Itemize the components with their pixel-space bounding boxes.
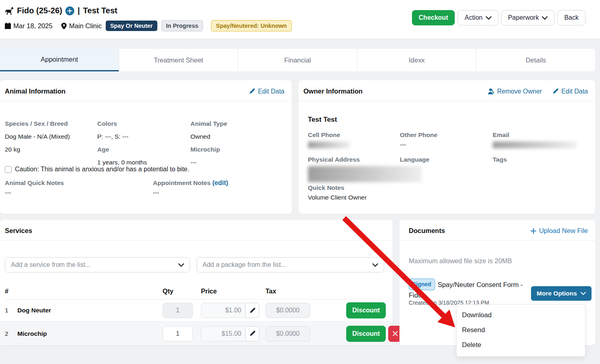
- paperwork-dropdown-button[interactable]: Paperwork: [501, 10, 554, 25]
- col-num-header: #: [5, 288, 17, 295]
- tax-input[interactable]: [266, 303, 310, 318]
- checkout-button[interactable]: Checkout: [412, 10, 455, 25]
- patient-title-row: Fido (25-26) | Test Test: [5, 6, 117, 15]
- services-table-header: # Qty Price Tax: [5, 283, 383, 300]
- email-redacted-value: [493, 141, 577, 148]
- upload-new-file-link[interactable]: Upload New File: [531, 227, 588, 235]
- pencil-icon: [249, 88, 255, 94]
- qty-input[interactable]: [163, 303, 193, 318]
- appointment-type-badge: Spay Or Neuter: [106, 21, 157, 31]
- tax-input[interactable]: [266, 326, 310, 341]
- owner-edit-data-link[interactable]: Edit Data: [552, 88, 588, 95]
- service-name: Dog Neuter: [17, 307, 163, 314]
- animal-information-card: Animal Information Edit Data Species / S…: [0, 80, 292, 214]
- edit-price-button[interactable]: [245, 303, 259, 318]
- appointment-meta-row: Mar 18, 2025 Main Clinic Spay Or Neuter …: [5, 20, 292, 31]
- header-actions: Checkout Action Paperwork Back: [412, 10, 585, 25]
- services-card: Services Add a service from the list... …: [0, 220, 393, 345]
- edit-price-button[interactable]: [245, 326, 259, 341]
- row-number: 1: [5, 307, 17, 314]
- microchip-label: Microchip: [190, 145, 283, 154]
- pencil-icon: [249, 331, 255, 337]
- documents-title: Documents: [409, 227, 445, 235]
- caution-checkbox[interactable]: [5, 166, 12, 173]
- max-file-size-note: Maximum allowed file size is 20MB: [409, 257, 512, 265]
- chevron-down-icon: [178, 263, 184, 267]
- document-item: SignedSpay/Neuter Consent Form - Fido: [409, 279, 526, 300]
- patient-name: Fido (25-26): [17, 6, 62, 15]
- appointment-notes-label: Appointment Notes: [153, 179, 211, 186]
- tab-details[interactable]: Details: [477, 49, 595, 71]
- animal-edit-data-link[interactable]: Edit Data: [249, 88, 284, 95]
- clinic-location: Main Clinic: [61, 22, 102, 30]
- discount-button[interactable]: Discount: [346, 326, 386, 342]
- owner-contact-grid: Cell Phone Other Phone Email --- Physica…: [308, 130, 586, 182]
- price-input[interactable]: [201, 303, 245, 318]
- discount-button[interactable]: Discount: [346, 302, 386, 318]
- appointment-notes-edit-link[interactable]: (edit): [212, 179, 228, 187]
- title-separator: |: [77, 6, 80, 15]
- pencil-icon: [249, 308, 255, 314]
- service-row: 1 Dog Neuter Discount: [0, 300, 393, 322]
- appointment-notes-value: ---: [153, 189, 228, 196]
- address-redacted-value: [308, 166, 422, 182]
- add-patient-button[interactable]: [65, 6, 74, 15]
- chevron-down-icon: [486, 16, 491, 20]
- services-title: Services: [5, 227, 32, 235]
- physical-address-label: Physical Address: [308, 155, 400, 164]
- animal-quick-notes-value: ---: [5, 189, 153, 196]
- chevron-down-icon: [372, 263, 378, 267]
- email-label: Email: [493, 130, 586, 140]
- appointment-date: Mar 18, 2025: [5, 22, 52, 30]
- cell-phone-redacted-value: [308, 141, 350, 148]
- back-button[interactable]: Back: [557, 10, 585, 25]
- owner-name: Test Test: [308, 116, 337, 124]
- plus-icon: [67, 8, 72, 13]
- animal-info-title: Animal Information: [5, 87, 65, 95]
- chevron-down-icon: [542, 16, 548, 20]
- col-tax-header: Tax: [266, 288, 346, 295]
- owner-information-card: Owner Information Remove Owner Edit Data: [299, 80, 595, 214]
- chevron-down-icon: [581, 292, 586, 295]
- weight-value: 20 kg: [5, 145, 97, 154]
- add-package-select[interactable]: Add a package from the list...: [197, 257, 384, 272]
- animal-quick-notes-label: Animal Quick Notes: [5, 179, 153, 187]
- add-service-select[interactable]: Add a service from the list...: [5, 257, 190, 272]
- menu-item-download[interactable]: Download: [457, 308, 585, 322]
- animal-type-label: Animal Type: [190, 119, 283, 129]
- owner-quick-notes: Quick Notes Volume Client Owner: [308, 184, 367, 201]
- other-phone-label: Other Phone: [400, 130, 493, 140]
- pencil-icon: [552, 88, 558, 94]
- tab-financial[interactable]: Financial: [238, 49, 357, 71]
- menu-item-delete[interactable]: Delete: [457, 337, 585, 352]
- service-selects: Add a service from the list... Add a pac…: [5, 257, 384, 272]
- dog-icon: [5, 7, 14, 15]
- more-options-button[interactable]: More Options: [531, 286, 592, 301]
- tags-label: Tags: [493, 155, 586, 164]
- microchip-value: ---: [190, 158, 283, 167]
- remove-owner-link[interactable]: Remove Owner: [487, 88, 542, 95]
- qty-input[interactable]: [163, 326, 193, 341]
- col-qty-header: Qty: [163, 288, 201, 295]
- colors-label: Colors: [97, 119, 190, 129]
- row-number: 2: [5, 330, 17, 337]
- species-value: Dog Male - N/A (Mixed): [5, 132, 97, 141]
- notes-row: Animal Quick Notes --- Appointment Notes…: [5, 179, 228, 196]
- colors-value: P: ---, S: ---: [97, 132, 190, 141]
- service-name: Microchip: [17, 330, 163, 337]
- location-pin-icon: [61, 23, 67, 29]
- action-dropdown-button[interactable]: Action: [458, 10, 498, 25]
- species-label: Species / Sex / Breed: [5, 119, 97, 129]
- service-row: 2 Microchip Discount: [0, 322, 393, 345]
- caution-row: Caution: This animal is anxious and/or h…: [5, 166, 189, 173]
- page-header: Fido (25-26) | Test Test Mar 18, 2025 Ma…: [0, 0, 600, 39]
- person-x-icon: [487, 88, 494, 95]
- menu-item-resend[interactable]: Resend: [457, 322, 585, 337]
- tab-appointment[interactable]: Appointment: [0, 49, 119, 71]
- tab-treatment-sheet[interactable]: Treatment Sheet: [119, 49, 238, 71]
- signed-badge: Signed: [409, 279, 435, 290]
- tab-idexx[interactable]: Idexx: [357, 49, 477, 71]
- owner-info-title: Owner Information: [303, 87, 363, 95]
- animal-type-value: Owned: [190, 132, 283, 141]
- price-input[interactable]: [201, 326, 245, 341]
